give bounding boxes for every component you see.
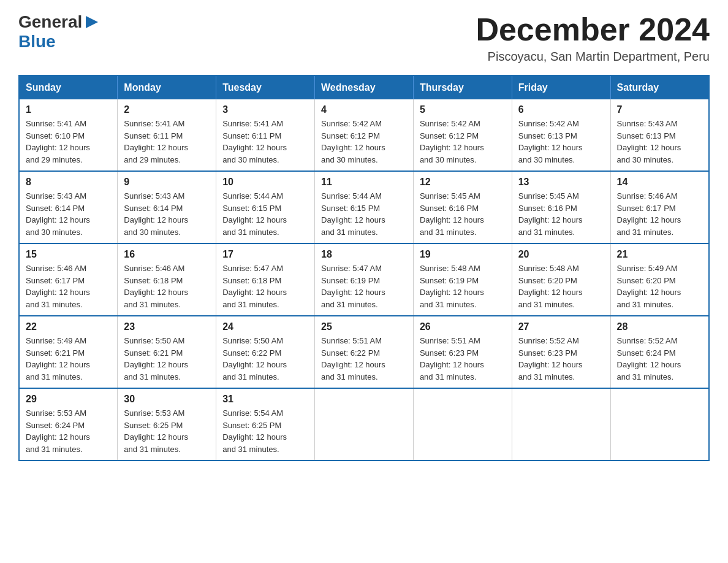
day-number: 14 [617, 177, 702, 188]
logo: General Blue [18, 12, 102, 52]
calendar-cell: 29 Sunrise: 5:53 AMSunset: 6:24 PMDaylig… [19, 388, 118, 461]
page-title: December 2024 [476, 12, 710, 47]
calendar-cell: 19 Sunrise: 5:48 AMSunset: 6:19 PMDaylig… [413, 243, 512, 316]
day-number: 7 [617, 104, 702, 115]
header-thursday: Thursday [413, 75, 512, 99]
calendar-week-row: 8 Sunrise: 5:43 AMSunset: 6:14 PMDayligh… [19, 171, 709, 243]
day-number: 22 [26, 321, 111, 332]
page-subtitle: Piscoyacu, San Martin Department, Peru [476, 50, 710, 64]
header-wednesday: Wednesday [315, 75, 414, 99]
header-friday: Friday [512, 75, 610, 99]
day-number: 8 [26, 177, 111, 188]
day-info: Sunrise: 5:41 AMSunset: 6:11 PMDaylight:… [124, 119, 188, 164]
day-info: Sunrise: 5:52 AMSunset: 6:23 PMDaylight:… [518, 336, 583, 381]
day-info: Sunrise: 5:48 AMSunset: 6:19 PMDaylight:… [420, 264, 484, 309]
svg-marker-0 [86, 16, 98, 28]
day-info: Sunrise: 5:54 AMSunset: 6:25 PMDaylight:… [222, 408, 287, 454]
day-info: Sunrise: 5:41 AMSunset: 6:11 PMDaylight:… [222, 119, 287, 164]
day-info: Sunrise: 5:42 AMSunset: 6:13 PMDaylight:… [518, 119, 583, 164]
day-info: Sunrise: 5:53 AMSunset: 6:24 PMDaylight:… [26, 408, 90, 454]
calendar-cell: 11 Sunrise: 5:44 AMSunset: 6:15 PMDaylig… [315, 171, 414, 243]
day-number: 27 [518, 321, 604, 332]
logo-general-text: General [18, 12, 82, 32]
calendar-cell: 4 Sunrise: 5:42 AMSunset: 6:12 PMDayligh… [315, 99, 414, 171]
day-info: Sunrise: 5:42 AMSunset: 6:12 PMDaylight:… [420, 119, 484, 164]
calendar-cell [315, 388, 414, 461]
day-number: 16 [124, 249, 210, 260]
calendar-cell: 17 Sunrise: 5:47 AMSunset: 6:18 PMDaylig… [216, 243, 315, 316]
calendar-body: 1 Sunrise: 5:41 AMSunset: 6:10 PMDayligh… [19, 99, 709, 461]
day-number: 26 [420, 321, 506, 332]
day-info: Sunrise: 5:51 AMSunset: 6:23 PMDaylight:… [420, 336, 484, 381]
calendar-cell [413, 388, 512, 461]
day-info: Sunrise: 5:50 AMSunset: 6:22 PMDaylight:… [222, 336, 287, 381]
day-info: Sunrise: 5:45 AMSunset: 6:16 PMDaylight:… [518, 191, 583, 237]
calendar-cell: 3 Sunrise: 5:41 AMSunset: 6:11 PMDayligh… [216, 99, 315, 171]
day-number: 30 [124, 394, 210, 405]
day-number: 11 [321, 177, 407, 188]
day-info: Sunrise: 5:48 AMSunset: 6:20 PMDaylight:… [518, 264, 583, 309]
day-number: 17 [222, 249, 308, 260]
day-info: Sunrise: 5:51 AMSunset: 6:22 PMDaylight:… [321, 336, 385, 381]
logo-blue-text: Blue [18, 32, 56, 51]
calendar-cell: 22 Sunrise: 5:49 AMSunset: 6:21 PMDaylig… [19, 316, 118, 388]
day-info: Sunrise: 5:53 AMSunset: 6:25 PMDaylight:… [124, 408, 188, 454]
header-saturday: Saturday [610, 75, 709, 99]
calendar-week-row: 1 Sunrise: 5:41 AMSunset: 6:10 PMDayligh… [19, 99, 709, 171]
day-info: Sunrise: 5:44 AMSunset: 6:15 PMDaylight:… [321, 191, 385, 237]
day-number: 15 [26, 249, 111, 260]
title-block: December 2024 Piscoyacu, San Martin Depa… [476, 12, 710, 64]
day-number: 4 [321, 104, 407, 115]
calendar-week-row: 29 Sunrise: 5:53 AMSunset: 6:24 PMDaylig… [19, 388, 709, 461]
calendar-table: Sunday Monday Tuesday Wednesday Thursday… [18, 75, 710, 461]
day-info: Sunrise: 5:42 AMSunset: 6:12 PMDaylight:… [321, 119, 385, 164]
calendar-cell: 9 Sunrise: 5:43 AMSunset: 6:14 PMDayligh… [118, 171, 216, 243]
day-info: Sunrise: 5:50 AMSunset: 6:21 PMDaylight:… [124, 336, 188, 381]
calendar-cell: 2 Sunrise: 5:41 AMSunset: 6:11 PMDayligh… [118, 99, 216, 171]
day-number: 13 [518, 177, 604, 188]
calendar-cell: 10 Sunrise: 5:44 AMSunset: 6:15 PMDaylig… [216, 171, 315, 243]
calendar-week-row: 15 Sunrise: 5:46 AMSunset: 6:17 PMDaylig… [19, 243, 709, 316]
day-info: Sunrise: 5:44 AMSunset: 6:15 PMDaylight:… [222, 191, 287, 237]
calendar-cell: 25 Sunrise: 5:51 AMSunset: 6:22 PMDaylig… [315, 316, 414, 388]
calendar-cell: 28 Sunrise: 5:52 AMSunset: 6:24 PMDaylig… [610, 316, 709, 388]
calendar-cell: 1 Sunrise: 5:41 AMSunset: 6:10 PMDayligh… [19, 99, 118, 171]
day-number: 12 [420, 177, 506, 188]
day-info: Sunrise: 5:49 AMSunset: 6:21 PMDaylight:… [26, 336, 90, 381]
logo-arrow-icon [83, 13, 100, 31]
calendar-cell: 15 Sunrise: 5:46 AMSunset: 6:17 PMDaylig… [19, 243, 118, 316]
day-info: Sunrise: 5:47 AMSunset: 6:18 PMDaylight:… [222, 264, 287, 309]
calendar-cell: 27 Sunrise: 5:52 AMSunset: 6:23 PMDaylig… [512, 316, 610, 388]
day-number: 5 [420, 104, 506, 115]
calendar-cell: 24 Sunrise: 5:50 AMSunset: 6:22 PMDaylig… [216, 316, 315, 388]
day-number: 29 [26, 394, 111, 405]
day-number: 20 [518, 249, 604, 260]
calendar-cell: 7 Sunrise: 5:43 AMSunset: 6:13 PMDayligh… [610, 99, 709, 171]
day-number: 1 [26, 104, 111, 115]
calendar-cell: 30 Sunrise: 5:53 AMSunset: 6:25 PMDaylig… [118, 388, 216, 461]
calendar-cell: 26 Sunrise: 5:51 AMSunset: 6:23 PMDaylig… [413, 316, 512, 388]
day-header-row: Sunday Monday Tuesday Wednesday Thursday… [19, 75, 709, 99]
calendar-cell: 31 Sunrise: 5:54 AMSunset: 6:25 PMDaylig… [216, 388, 315, 461]
day-info: Sunrise: 5:41 AMSunset: 6:10 PMDaylight:… [26, 119, 90, 164]
calendar-cell: 6 Sunrise: 5:42 AMSunset: 6:13 PMDayligh… [512, 99, 610, 171]
calendar-cell: 18 Sunrise: 5:47 AMSunset: 6:19 PMDaylig… [315, 243, 414, 316]
day-number: 3 [222, 104, 308, 115]
header-sunday: Sunday [19, 75, 118, 99]
day-number: 19 [420, 249, 506, 260]
calendar-cell: 8 Sunrise: 5:43 AMSunset: 6:14 PMDayligh… [19, 171, 118, 243]
calendar-header: Sunday Monday Tuesday Wednesday Thursday… [19, 75, 709, 99]
calendar-cell: 5 Sunrise: 5:42 AMSunset: 6:12 PMDayligh… [413, 99, 512, 171]
calendar-cell: 23 Sunrise: 5:50 AMSunset: 6:21 PMDaylig… [118, 316, 216, 388]
calendar-cell: 21 Sunrise: 5:49 AMSunset: 6:20 PMDaylig… [610, 243, 709, 316]
day-info: Sunrise: 5:46 AMSunset: 6:18 PMDaylight:… [124, 264, 188, 309]
day-number: 31 [222, 394, 308, 405]
calendar-cell [610, 388, 709, 461]
day-number: 6 [518, 104, 604, 115]
calendar-cell: 16 Sunrise: 5:46 AMSunset: 6:18 PMDaylig… [118, 243, 216, 316]
calendar-cell: 12 Sunrise: 5:45 AMSunset: 6:16 PMDaylig… [413, 171, 512, 243]
day-number: 21 [617, 249, 702, 260]
day-info: Sunrise: 5:47 AMSunset: 6:19 PMDaylight:… [321, 264, 385, 309]
day-number: 10 [222, 177, 308, 188]
day-number: 18 [321, 249, 407, 260]
